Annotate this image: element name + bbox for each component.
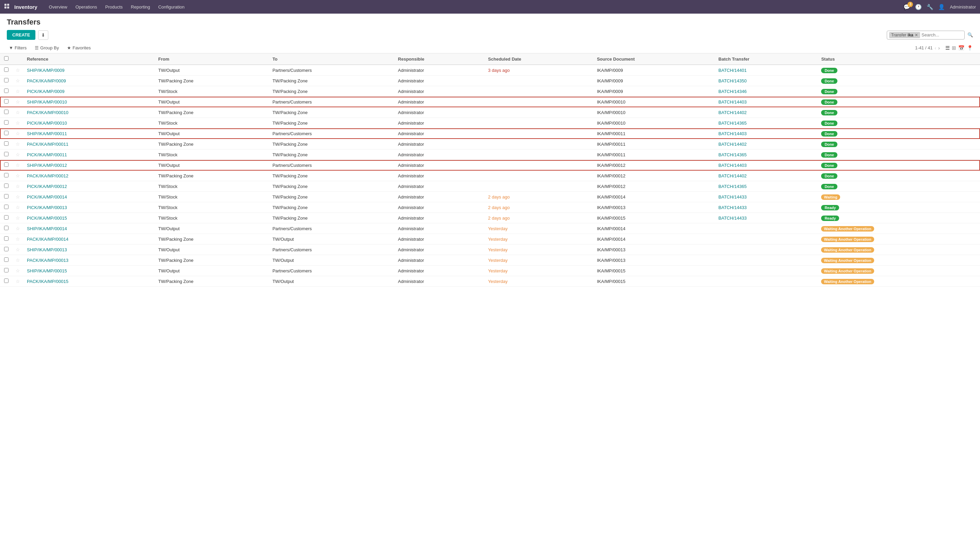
- star-icon[interactable]: ☆: [16, 279, 20, 284]
- chat-icon-wrap[interactable]: 💬 3: [903, 4, 910, 10]
- batch-link[interactable]: BATCH/14401: [718, 68, 747, 73]
- reference-link[interactable]: PACK/IKA/MP/00015: [27, 279, 69, 284]
- filters-button[interactable]: ▼ Filters: [7, 44, 29, 52]
- star-icon[interactable]: ☆: [16, 78, 20, 83]
- star-icon[interactable]: ☆: [16, 162, 20, 168]
- row-checkbox[interactable]: [4, 279, 8, 283]
- batch-link[interactable]: BATCH/14402: [718, 142, 747, 147]
- reference-link[interactable]: SHIP/IKA/MP/00013: [27, 247, 67, 252]
- star-icon[interactable]: ☆: [16, 236, 20, 242]
- user-icon[interactable]: 👤: [938, 4, 945, 10]
- row-checkbox[interactable]: [4, 162, 8, 167]
- star-icon[interactable]: ☆: [16, 88, 20, 94]
- row-checkbox[interactable]: [4, 215, 8, 220]
- nav-operations[interactable]: Operations: [72, 3, 101, 11]
- batch-link[interactable]: BATCH/14403: [718, 131, 747, 136]
- reference-link[interactable]: SHIP/IKA/MP/00012: [27, 163, 67, 168]
- row-checkbox[interactable]: [4, 141, 8, 146]
- star-icon[interactable]: ☆: [16, 99, 20, 104]
- group-by-button[interactable]: ☰ Group By: [33, 44, 61, 52]
- nav-products[interactable]: Products: [102, 3, 126, 11]
- row-checkbox[interactable]: [4, 183, 8, 188]
- batch-link[interactable]: BATCH/14350: [718, 78, 747, 83]
- reference-link[interactable]: PICK/IKA/MP/0009: [27, 89, 65, 94]
- row-checkbox[interactable]: [4, 173, 8, 177]
- row-checkbox[interactable]: [4, 110, 8, 114]
- star-icon[interactable]: ☆: [16, 194, 20, 199]
- batch-link[interactable]: BATCH/14402: [718, 110, 747, 115]
- reference-link[interactable]: PACK/IKA/MP/0009: [27, 78, 66, 83]
- reference-link[interactable]: SHIP/IKA/MP/00014: [27, 226, 67, 231]
- reference-link[interactable]: PACK/IKA/MP/00010: [27, 110, 69, 115]
- batch-link[interactable]: BATCH/14403: [718, 163, 747, 168]
- row-checkbox[interactable]: [4, 67, 8, 72]
- reference-link[interactable]: SHIP/IKA/MP/00011: [27, 131, 67, 136]
- next-page-button[interactable]: ›: [938, 45, 940, 51]
- star-icon[interactable]: ☆: [16, 141, 20, 147]
- clock-icon[interactable]: 🕐: [915, 4, 922, 10]
- reference-link[interactable]: PACK/IKA/MP/00013: [27, 258, 69, 263]
- star-icon[interactable]: ☆: [16, 110, 20, 115]
- reference-link[interactable]: SHIP/IKA/MP/00010: [27, 99, 67, 104]
- nav-configuration[interactable]: Configuration: [155, 3, 188, 11]
- row-checkbox[interactable]: [4, 236, 8, 241]
- star-icon[interactable]: ☆: [16, 152, 20, 157]
- batch-link[interactable]: BATCH/14365: [718, 184, 747, 189]
- star-icon[interactable]: ☆: [16, 131, 20, 136]
- batch-link[interactable]: BATCH/14433: [718, 194, 747, 199]
- batch-link[interactable]: BATCH/14433: [718, 215, 747, 221]
- select-all-checkbox[interactable]: [4, 56, 8, 61]
- batch-link[interactable]: BATCH/14346: [718, 89, 747, 94]
- row-checkbox[interactable]: [4, 120, 8, 125]
- batch-link[interactable]: BATCH/14433: [718, 205, 747, 210]
- reference-link[interactable]: SHIP/IKA/MP/00015: [27, 268, 67, 273]
- star-icon[interactable]: ☆: [16, 268, 20, 273]
- reference-link[interactable]: PICK/IKA/MP/00013: [27, 205, 67, 210]
- app-grid-icon[interactable]: [4, 3, 10, 11]
- row-checkbox[interactable]: [4, 194, 8, 199]
- batch-link[interactable]: BATCH/14403: [718, 99, 747, 104]
- search-submit-button[interactable]: 🔍: [967, 32, 973, 37]
- app-name[interactable]: Inventory: [14, 4, 37, 10]
- reference-link[interactable]: SHIP/IKA/MP/0009: [27, 68, 65, 73]
- map-view-icon[interactable]: 📍: [967, 45, 973, 51]
- create-button[interactable]: CREATE: [7, 30, 35, 40]
- batch-link[interactable]: BATCH/14365: [718, 152, 747, 157]
- row-checkbox[interactable]: [4, 88, 8, 93]
- list-view-icon[interactable]: ☰: [945, 45, 950, 51]
- search-input[interactable]: [921, 32, 962, 37]
- row-checkbox[interactable]: [4, 152, 8, 156]
- star-icon[interactable]: ☆: [16, 173, 20, 178]
- row-checkbox[interactable]: [4, 131, 8, 135]
- nav-overview[interactable]: Overview: [46, 3, 71, 11]
- row-checkbox[interactable]: [4, 78, 8, 82]
- calendar-view-icon[interactable]: 📅: [958, 45, 965, 51]
- reference-link[interactable]: PACK/IKA/MP/00014: [27, 237, 69, 242]
- row-checkbox[interactable]: [4, 257, 8, 262]
- row-checkbox[interactable]: [4, 99, 8, 104]
- prev-page-button[interactable]: ‹: [935, 45, 937, 51]
- reference-link[interactable]: PICK/IKA/MP/00012: [27, 184, 67, 189]
- star-icon[interactable]: ☆: [16, 67, 20, 73]
- download-button[interactable]: ⬇: [38, 30, 48, 40]
- star-icon[interactable]: ☆: [16, 247, 20, 252]
- row-checkbox[interactable]: [4, 268, 8, 273]
- batch-link[interactable]: BATCH/14365: [718, 120, 747, 126]
- row-checkbox[interactable]: [4, 226, 8, 230]
- row-checkbox[interactable]: [4, 247, 8, 251]
- row-checkbox[interactable]: [4, 205, 8, 209]
- admin-name[interactable]: Administrator: [950, 5, 976, 10]
- nav-reporting[interactable]: Reporting: [128, 3, 153, 11]
- star-icon[interactable]: ☆: [16, 120, 20, 126]
- batch-link[interactable]: BATCH/14402: [718, 173, 747, 178]
- search-tag-remove[interactable]: ✕: [914, 33, 918, 37]
- reference-link[interactable]: PACK/IKA/MP/00011: [27, 142, 69, 147]
- reference-link[interactable]: PACK/IKA/MP/00012: [27, 173, 69, 178]
- star-icon[interactable]: ☆: [16, 257, 20, 263]
- reference-link[interactable]: PICK/IKA/MP/00015: [27, 215, 67, 221]
- reference-link[interactable]: PICK/IKA/MP/00014: [27, 194, 67, 199]
- star-icon[interactable]: ☆: [16, 183, 20, 189]
- reference-link[interactable]: PICK/IKA/MP/00010: [27, 120, 67, 126]
- star-icon[interactable]: ☆: [16, 226, 20, 231]
- reference-link[interactable]: PICK/IKA/MP/00011: [27, 152, 67, 157]
